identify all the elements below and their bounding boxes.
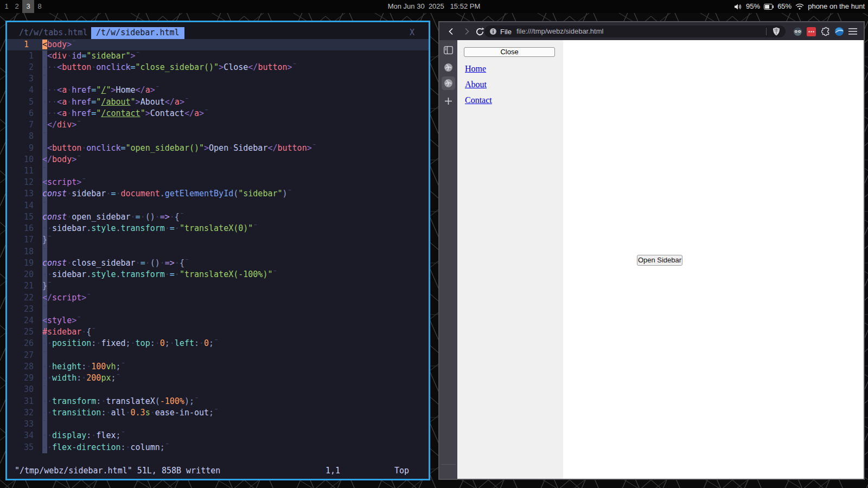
line-number: 28 [7,361,34,373]
line-number: 10 [7,154,34,165]
page-sidebar-panel: Close Home About Contact [457,40,563,479]
line-number: 17 [7,234,34,246]
sidebar-toggle-icon[interactable] [442,43,455,57]
code-line: 4···<a·href="/">Home</a>¯ [7,85,429,96]
code-line: 2···<button·onclick="close_sidebar()">Cl… [7,62,429,73]
code-line: 1·<div·id="sidebar">¯ [7,50,429,62]
vertical-tabs-sidebar [439,40,457,479]
line-number: 13 [7,188,34,200]
home-link[interactable]: Home [465,64,486,74]
tab-tabs-html[interactable]: /t/w/tabs.html [14,27,92,39]
code-line: 31··transform:·translateX(-100%);¯ [7,396,429,407]
line-number: 33 [7,419,34,430]
line-number: 5 [7,97,34,108]
line-number: 27 [7,350,34,361]
code-line: 33¯ [7,419,429,430]
about-link[interactable]: About [465,80,487,89]
line-number: 6 [7,108,34,119]
network-name: phone on the hunt [808,0,865,13]
close-sidebar-button[interactable]: Close [464,47,555,57]
volume-icon [734,3,742,10]
tab-favicon-sidebar-active[interactable] [442,76,455,90]
line-number: 9 [7,143,34,154]
line-number: 30 [7,384,34,395]
editor-window: /t/w/tabs.html /t/w/sidebar.html X 1<bod… [5,21,430,480]
code-line: 22</script>¯ [7,292,429,304]
code-line: 16··sidebar.style.transform·=·"translate… [7,223,429,234]
line-number: 32 [7,407,34,419]
url-bar[interactable]: File file:///tmp/webz/sidebar.html [484,25,786,37]
line-number: 1 [7,39,34,50]
extensions-puzzle-icon[interactable] [819,25,832,38]
info-icon[interactable] [489,28,497,35]
line-number: 3 [7,73,34,85]
open-sidebar-button[interactable]: Open Sidebar [637,255,682,266]
tab-close-button[interactable]: X [410,27,414,39]
line-number: 7 [7,119,34,131]
code-line: 5···<a·href="/about">About</a>¯ [7,97,429,108]
status-tray: 95% 65% phone on the hunt [734,0,865,13]
code-line: 12<script>¯ [7,177,429,188]
code-line: 27¯ [7,350,429,361]
line-number: 29 [7,373,34,384]
line-number: 11 [7,165,34,177]
battery-level: 65% [777,0,792,13]
line-number: 19 [7,258,34,269]
menu-hamburger-icon[interactable] [846,25,859,38]
line-number: 23 [7,304,34,315]
code-line: 26··position:·fixed;·top:·0;·left:·0;¯ [7,338,429,349]
back-button[interactable] [445,25,458,38]
line-number: 4 [7,85,34,96]
tab-favicon-tabs[interactable] [442,61,455,74]
line-number: 26 [7,338,34,349]
code-line: 34··display:·flex;¯ [7,430,429,441]
code-line: 6···<a·href="/contact">Contact</a>¯ [7,108,429,119]
editor-tabline: /t/w/tabs.html /t/w/sidebar.html X [7,22,429,39]
battery-icon [764,4,774,10]
line-number: 35 [7,442,34,453]
url-text[interactable]: file:///tmp/webz/sidebar.html [516,25,603,37]
browser-toolbar: File file:///tmp/webz/sidebar.html [439,22,864,40]
extension-adblock-icon[interactable] [805,25,818,38]
code-line: 11¯ [7,165,429,177]
line-number: 22 [7,292,34,304]
code-line: 30¯ [7,384,429,395]
code-line: 7·</div>¯ [7,119,429,131]
cursor-position: 1,1 [326,465,340,477]
tab-sidebar-html[interactable]: /t/w/sidebar.html [91,27,184,39]
code-line: 13const·sidebar·=·document.getElementByI… [7,188,429,200]
identity-label: File [500,28,512,36]
code-line: 20··sidebar.style.transform·=·"translate… [7,269,429,280]
forward-button[interactable] [460,25,473,38]
line-number: 18 [7,246,34,258]
code-line: 28··height:·100vh;¯ [7,361,429,373]
code-area[interactable]: 1<body>¯1·<div·id="sidebar">¯2···<button… [7,39,429,454]
line-number: 24 [7,315,34,326]
wifi-icon [795,3,804,10]
line-number: 12 [7,177,34,188]
extension-account-icon[interactable] [791,25,804,38]
code-line: 10</body>¯ [7,154,429,165]
code-line: 19const·close_sidebar·=·()·=>·{¯ [7,258,429,269]
code-line: 23¯ [7,304,429,315]
extension-globe-icon[interactable] [833,25,846,38]
code-line: 29··width:·200px;¯ [7,373,429,384]
code-line: 17}¯ [7,234,429,246]
sidebar-footer-divider [441,464,456,465]
new-tab-plus-icon[interactable] [442,94,455,108]
browser-window: File file:///tmp/webz/sidebar.html [438,21,865,480]
line-number: 2 [7,62,34,73]
code-line: 15const·open_sidebar·=·()·=>·{¯ [7,211,429,223]
code-line: 3¯ [7,73,429,85]
line-number: 31 [7,396,34,407]
line-number: 20 [7,269,34,280]
code-line: 18¯ [7,246,429,258]
shield-icon[interactable] [773,27,780,36]
line-number: 1 [7,50,34,62]
line-number: 34 [7,430,34,441]
code-line: 35··flex-direction:·column;¯ [7,442,429,453]
code-line: 8¯ [7,131,429,142]
line-number: 25 [7,326,34,338]
contact-link[interactable]: Contact [465,95,492,105]
scroll-position: Top [394,465,409,477]
